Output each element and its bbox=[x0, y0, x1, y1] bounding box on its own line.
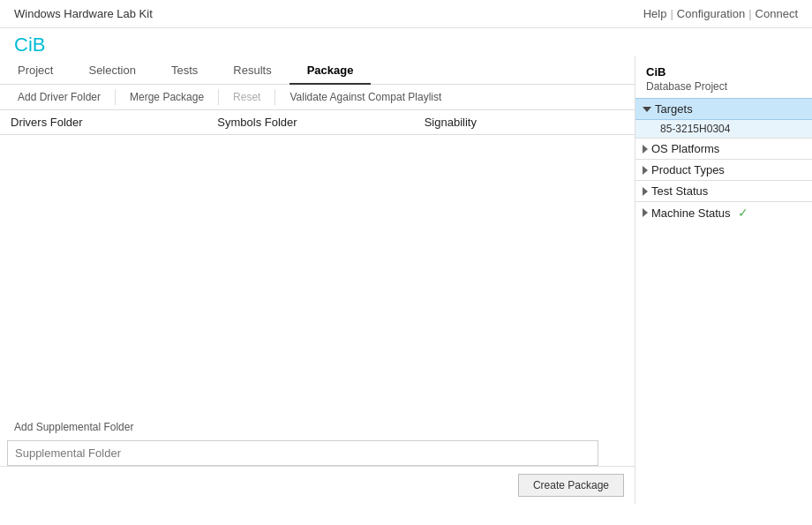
col-symbols-folder: Symbols Folder bbox=[214, 114, 420, 131]
connect-link[interactable]: Connect bbox=[756, 7, 798, 20]
supplemental-folder-box[interactable]: Supplemental Folder bbox=[7, 440, 598, 466]
panel-title: CiB bbox=[635, 64, 812, 80]
add-supplemental-button[interactable]: Add Supplemental Folder bbox=[7, 417, 140, 437]
content-body bbox=[0, 135, 635, 410]
tab-results[interactable]: Results bbox=[215, 56, 289, 84]
chevron-right-icon-3 bbox=[643, 187, 648, 196]
add-driver-folder-button[interactable]: Add Driver Folder bbox=[7, 88, 111, 106]
col-signability: Signability bbox=[421, 114, 628, 131]
target-value: 85-3215H0304 bbox=[660, 123, 730, 135]
bottom-bar: Create Package bbox=[0, 466, 635, 504]
tab-package[interactable]: Package bbox=[289, 56, 372, 84]
test-status-label: Test Status bbox=[651, 184, 708, 198]
nav-tabs: Project Selection Tests Results Package bbox=[0, 56, 635, 85]
main-layout: Project Selection Tests Results Package … bbox=[0, 56, 812, 504]
logo-text: CiB bbox=[14, 34, 45, 56]
merge-package-button[interactable]: Merge Package bbox=[119, 88, 214, 106]
validate-button[interactable]: Validate Against Compat Playlist bbox=[279, 88, 452, 106]
product-types-label: Product Types bbox=[651, 163, 725, 176]
top-links: Help | Configuration | Connect bbox=[643, 7, 798, 20]
toolbar: Add Driver Folder Merge Package Reset Va… bbox=[0, 85, 635, 110]
configuration-link[interactable]: Configuration bbox=[677, 7, 745, 20]
panel-subtitle: Database Project bbox=[635, 80, 812, 98]
help-link[interactable]: Help bbox=[643, 7, 667, 20]
content-area: Project Selection Tests Results Package … bbox=[0, 56, 635, 504]
chevron-right-icon-4 bbox=[643, 208, 648, 217]
table-header: Drivers Folder Symbols Folder Signabilit… bbox=[0, 110, 635, 135]
toolbar-separator-3 bbox=[274, 89, 275, 105]
logo-area: CiB bbox=[0, 28, 812, 56]
toolbar-separator-2 bbox=[218, 89, 219, 105]
chevron-right-icon-2 bbox=[643, 166, 648, 175]
chevron-right-icon bbox=[643, 145, 648, 154]
test-status-row[interactable]: Test Status bbox=[635, 180, 812, 201]
targets-label: Targets bbox=[655, 102, 693, 116]
app-title: Windows Hardware Lab Kit bbox=[14, 7, 153, 20]
checkmark-icon: ✓ bbox=[738, 206, 748, 220]
tab-tests[interactable]: Tests bbox=[154, 56, 215, 84]
col-drivers-folder: Drivers Folder bbox=[7, 114, 214, 131]
create-package-button[interactable]: Create Package bbox=[518, 474, 624, 497]
right-panel: CiB Database Project Targets 85-3215H030… bbox=[635, 56, 812, 504]
toolbar-separator-1 bbox=[115, 89, 116, 105]
targets-section[interactable]: Targets bbox=[635, 98, 812, 120]
target-value-row: 85-3215H0304 bbox=[635, 120, 812, 138]
supplemental-area: Add Supplemental Folder Supplemental Fol… bbox=[0, 410, 635, 466]
os-platforms-row[interactable]: OS Platforms bbox=[635, 138, 812, 159]
os-platforms-label: OS Platforms bbox=[651, 142, 719, 155]
reset-button[interactable]: Reset bbox=[222, 88, 271, 106]
machine-status-label: Machine Status bbox=[651, 206, 731, 220]
top-bar: Windows Hardware Lab Kit Help | Configur… bbox=[0, 0, 812, 28]
product-types-row[interactable]: Product Types bbox=[635, 159, 812, 180]
tab-selection[interactable]: Selection bbox=[71, 56, 153, 84]
chevron-down-icon bbox=[643, 107, 651, 112]
machine-status-row[interactable]: Machine Status ✓ bbox=[635, 201, 812, 223]
tab-project[interactable]: Project bbox=[0, 56, 71, 84]
